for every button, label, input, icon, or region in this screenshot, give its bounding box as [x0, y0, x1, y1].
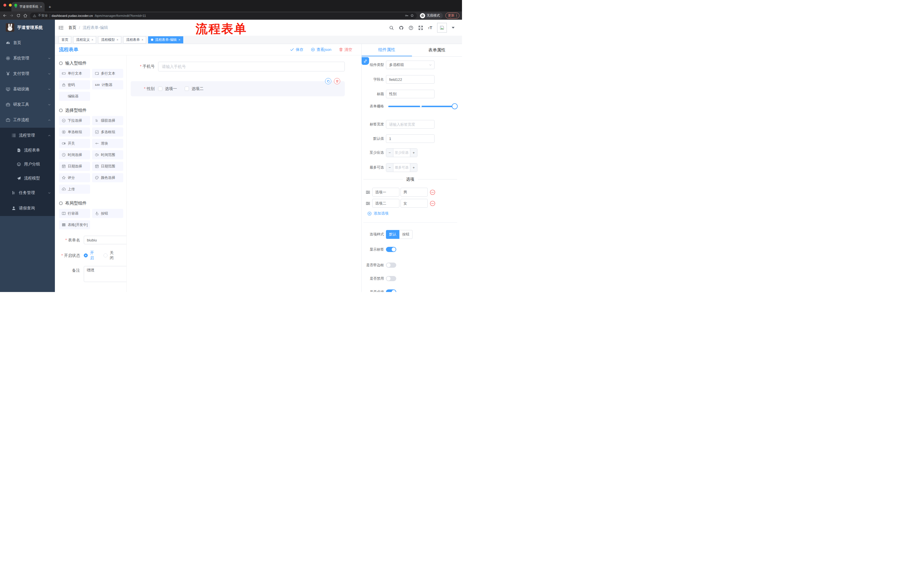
browser-update-button[interactable]: 更新: [446, 13, 460, 18]
palette-item-date-range[interactable]: 日期范围: [92, 162, 123, 171]
fullscreen-icon[interactable]: [418, 25, 423, 30]
tag-process-definition[interactable]: 流程定义: [73, 36, 96, 43]
status-on-radio[interactable]: [84, 253, 88, 257]
palette-item-table[interactable]: 表格[开发中]: [59, 220, 90, 229]
save-button[interactable]: 保存: [290, 47, 303, 52]
field-name-input[interactable]: [386, 75, 434, 84]
canvas-field-gender-selected[interactable]: 性别 选项一 选项二: [130, 81, 345, 96]
style-button-button[interactable]: 按钮: [399, 230, 412, 239]
sidebar-item-task-mgmt[interactable]: 任务管理: [0, 185, 55, 201]
decrease-button[interactable]: [386, 163, 393, 172]
slider-handle[interactable]: [452, 104, 458, 109]
view-json-button[interactable]: 查看json: [311, 47, 332, 52]
search-icon[interactable]: [389, 25, 394, 30]
palette-item-date-picker[interactable]: 日期选择: [59, 162, 90, 171]
sidebar-item-workflow[interactable]: 工作流程: [0, 112, 55, 128]
style-default-button[interactable]: 默认: [386, 230, 399, 239]
form-canvas[interactable]: 手机号 性别 选项一 选项二: [127, 56, 361, 292]
canvas-field-phone[interactable]: 手机号: [130, 62, 345, 71]
delete-component-button[interactable]: [334, 78, 340, 84]
palette-item-row-container[interactable]: 行容器: [59, 209, 90, 218]
tag-process-form-edit[interactable]: 流程表单-编辑: [148, 36, 183, 43]
address-bar[interactable]: 不安全 dashboard.yudao.iocoder.cn/bpm/manag…: [30, 13, 417, 19]
label-width-input[interactable]: [386, 120, 434, 128]
tab-form-props[interactable]: 表单属性: [412, 44, 462, 56]
sidebar-item-system[interactable]: 系统管理: [0, 51, 55, 66]
copy-component-button[interactable]: [325, 78, 332, 84]
gender-option2-label[interactable]: 选项二: [191, 86, 203, 91]
phone-input[interactable]: [158, 62, 345, 71]
slider-track[interactable]: [388, 106, 457, 107]
remove-option-icon[interactable]: [430, 189, 436, 195]
minimize-window-button[interactable]: [9, 4, 12, 7]
palette-item-cascader[interactable]: 级联选择: [92, 116, 123, 125]
show-label-switch[interactable]: [386, 247, 396, 252]
collapse-menu-icon[interactable]: [59, 25, 64, 30]
github-icon[interactable]: [399, 25, 404, 30]
palette-item-single-line-text[interactable]: 单行文本: [59, 69, 90, 78]
remove-option-icon[interactable]: [430, 201, 436, 206]
palette-item-radio-group[interactable]: 单选框组: [59, 127, 90, 137]
tag-home[interactable]: 首页: [59, 36, 71, 43]
palette-item-multi-line-text[interactable]: 多行文本: [92, 69, 123, 78]
tag-process-form[interactable]: 流程表单: [123, 36, 146, 43]
clear-button[interactable]: 清空: [339, 47, 352, 52]
font-size-icon[interactable]: [428, 26, 432, 30]
disabled-switch[interactable]: [386, 276, 396, 281]
status-off-radio[interactable]: [104, 253, 107, 257]
required-switch[interactable]: [386, 290, 396, 292]
close-tag-icon[interactable]: [178, 38, 180, 41]
back-icon[interactable]: [3, 13, 7, 18]
tag-process-model[interactable]: 流程模型: [98, 36, 121, 43]
forward-icon[interactable]: [10, 13, 14, 18]
max-select-stepper[interactable]: 最多可选: [386, 163, 417, 172]
palette-item-color-picker[interactable]: 颜色选择: [92, 173, 123, 182]
palette-item-time-picker[interactable]: 时间选择: [59, 150, 90, 160]
avatar[interactable]: [437, 23, 447, 33]
sidebar-item-user-group[interactable]: 用户分组: [0, 157, 55, 171]
tab-component-props[interactable]: 组件属性: [361, 44, 412, 56]
gender-option2-checkbox[interactable]: [185, 87, 189, 91]
option-value-input[interactable]: [401, 199, 428, 208]
palette-item-select[interactable]: 下拉选择: [59, 116, 90, 125]
avatar-dropdown-icon[interactable]: [452, 27, 455, 29]
sidebar-item-process-model[interactable]: 流程模型: [0, 171, 55, 185]
palette-item-switch[interactable]: 开关: [59, 139, 90, 148]
close-tag-icon[interactable]: [91, 38, 93, 41]
palette-item-upload[interactable]: 上传: [59, 184, 90, 194]
palette-item-checkbox-group[interactable]: 多选框组: [92, 127, 123, 137]
drag-handle-icon[interactable]: [366, 201, 370, 206]
palette-item-time-range[interactable]: 时间范围: [92, 150, 123, 160]
browser-menu-icon[interactable]: [456, 14, 457, 17]
with-border-switch[interactable]: [386, 263, 396, 268]
reload-icon[interactable]: [16, 13, 21, 18]
sidebar-item-process-form[interactable]: 流程表单: [0, 143, 55, 157]
option-label-input[interactable]: [372, 188, 399, 197]
palette-item-editor[interactable]: 编辑器: [59, 92, 90, 101]
field-link-tag[interactable]: [361, 57, 369, 65]
browser-tab[interactable]: 芋道管理系统: [12, 2, 45, 12]
component-type-select[interactable]: 多选框组: [386, 61, 434, 69]
decrease-button[interactable]: [386, 148, 393, 157]
status-on-label[interactable]: 开启: [90, 250, 96, 261]
close-tag-icon[interactable]: [116, 38, 118, 41]
palette-item-button[interactable]: 按钮: [92, 209, 123, 218]
new-tab-button[interactable]: [49, 5, 51, 9]
form-grid-slider[interactable]: [388, 102, 457, 110]
option-label-input[interactable]: [372, 199, 399, 208]
palette-item-slider[interactable]: 滑块: [92, 139, 123, 148]
help-icon[interactable]: [409, 25, 413, 30]
breadcrumb-home[interactable]: 首页: [68, 25, 76, 30]
sidebar-item-home[interactable]: 首页: [0, 35, 55, 51]
title-input[interactable]: [386, 90, 434, 98]
form-name-input[interactable]: [84, 236, 127, 244]
window-controls[interactable]: [3, 4, 17, 7]
close-tag-icon[interactable]: [142, 38, 143, 41]
increase-button[interactable]: [410, 148, 417, 157]
palette-item-counter[interactable]: 123计数器: [92, 80, 123, 89]
sidebar-item-infra[interactable]: 基础设施: [0, 81, 55, 97]
status-off-label[interactable]: 关闭: [110, 250, 116, 261]
palette-item-rate[interactable]: 评分: [59, 173, 90, 182]
sidebar-item-payment[interactable]: 支付管理: [0, 66, 55, 81]
password-key-icon[interactable]: [405, 14, 409, 17]
